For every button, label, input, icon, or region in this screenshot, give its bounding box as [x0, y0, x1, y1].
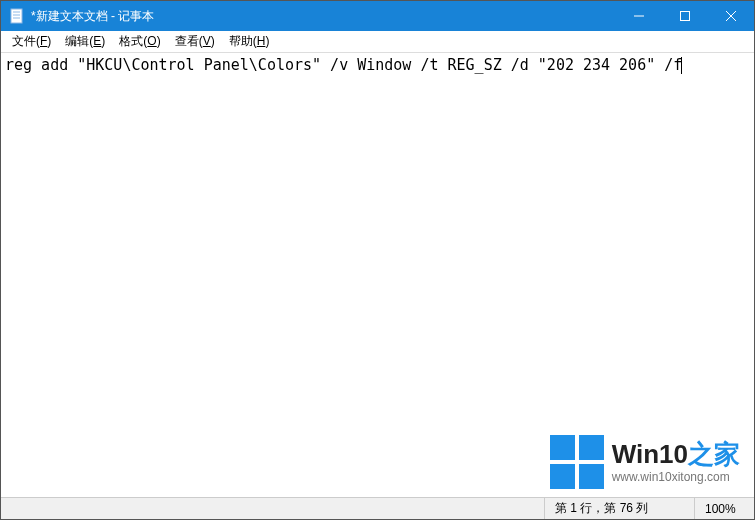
text-caret — [681, 57, 682, 74]
maximize-button[interactable] — [662, 1, 708, 31]
minimize-button[interactable] — [616, 1, 662, 31]
menu-edit[interactable]: 编辑(E) — [58, 31, 112, 52]
editor-content: reg add "HKCU\Control Panel\Colors" /v W… — [5, 56, 682, 74]
menu-file[interactable]: 文件(F) — [5, 31, 58, 52]
svg-rect-0 — [11, 9, 22, 23]
svg-rect-5 — [681, 12, 690, 21]
menu-format[interactable]: 格式(O) — [112, 31, 167, 52]
titlebar: *新建文本文档 - 记事本 — [1, 1, 754, 31]
close-button[interactable] — [708, 1, 754, 31]
window-title: *新建文本文档 - 记事本 — [31, 1, 616, 31]
notepad-icon — [9, 8, 25, 24]
statusbar: 第 1 行，第 76 列 100% — [1, 497, 754, 519]
menubar: 文件(F) 编辑(E) 格式(O) 查看(V) 帮助(H) — [1, 31, 754, 53]
status-zoom: 100% — [694, 498, 754, 519]
window-controls — [616, 1, 754, 31]
text-editor[interactable]: reg add "HKCU\Control Panel\Colors" /v W… — [1, 53, 754, 497]
menu-view[interactable]: 查看(V) — [168, 31, 222, 52]
menu-help[interactable]: 帮助(H) — [222, 31, 277, 52]
status-position: 第 1 行，第 76 列 — [544, 498, 694, 519]
